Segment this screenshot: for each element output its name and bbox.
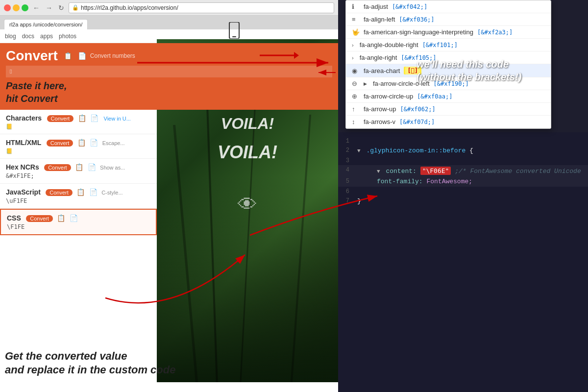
dropdown-item-align-left[interactable]: ≡ fa-align-left [&#xf036;]	[346, 13, 551, 26]
annotation-box: we'll need this code (without the bracke…	[416, 58, 521, 83]
expand-arrow-icon: ›	[352, 42, 354, 48]
tab-bar: rl2a apps /unicode/conversion/	[0, 16, 338, 29]
dropdown-label: fa-american-sign-language-interpreting	[364, 28, 473, 36]
font-family-value: FontAwesome;	[426, 178, 472, 185]
browser-bar: ← → ↻ 🔒 https://rl2a.github.io/apps/conv…	[0, 0, 338, 16]
code-line-5: 5 font-family: FontAwesome;	[338, 176, 588, 187]
javascript-label: JavaScript	[6, 188, 41, 196]
open-brace: {	[469, 147, 473, 154]
css-section: CSS Convert 📋 📄 \F1FE	[0, 209, 157, 235]
adjust-icon: ℹ	[352, 3, 360, 10]
htmlxml-label: HTML/XML	[6, 139, 41, 147]
javascript-doc-icon[interactable]: 📄	[89, 188, 98, 196]
dropdown-label: fa-adjust	[364, 3, 388, 10]
javascript-extra: C-style...	[101, 190, 122, 196]
line-num-5: 5	[338, 177, 355, 185]
url-bar[interactable]: 🔒 https://rl2a.github.io/apps/conversion…	[69, 2, 334, 13]
dropdown-code: [&#xf101;]	[422, 42, 458, 49]
area-chart-icon: ◉	[352, 67, 360, 74]
hexncrs-doc-icon[interactable]: 📄	[88, 163, 96, 171]
dropdown-label: fa-angle-right	[360, 54, 397, 61]
close-btn[interactable]	[4, 4, 11, 11]
htmlxml-value: 📒	[6, 148, 151, 154]
characters-copy-icon[interactable]: 📋	[78, 114, 86, 122]
expand-arrow-icon: ▶	[364, 81, 367, 86]
line-num-4: 4	[338, 166, 355, 173]
arrow-right	[260, 48, 299, 63]
arrows-v-icon: ↕	[352, 118, 360, 125]
expand-arrow-icon: ›	[352, 55, 354, 61]
convert-header: Convert 📋 📄 Convert numbers Paste it her…	[0, 43, 338, 110]
hexncrs-copy-icon[interactable]: 📋	[75, 163, 83, 171]
code-line-3: 3	[338, 156, 588, 165]
javascript-convert-btn[interactable]: Convert	[46, 189, 73, 196]
line-num-7: 7	[338, 197, 355, 204]
nav-photos[interactable]: photos	[59, 33, 76, 40]
minimize-btn[interactable]	[13, 4, 20, 11]
dropdown-code: [&#xf042;]	[392, 3, 427, 10]
javascript-section: JavaScript Convert 📋 📄 C-style... \uF1FE	[0, 184, 157, 209]
css-label: CSS	[7, 214, 21, 222]
dropdown-label: fa-arrows-v	[364, 118, 395, 125]
active-tab[interactable]: rl2a apps /unicode/conversion/	[4, 19, 88, 29]
characters-label: Characters	[6, 114, 42, 122]
line-num-1: 1	[338, 137, 355, 145]
voila-text: VOILA!	[221, 115, 274, 133]
characters-view-link[interactable]: View in U...	[104, 116, 131, 122]
hexncrs-extra: Show as...	[100, 165, 125, 171]
characters-doc-icon[interactable]: 📄	[90, 114, 98, 122]
line-num-3: 3	[338, 157, 355, 164]
dropdown-code: [&#xf062;]	[400, 106, 435, 113]
arrow-circle-up-icon: ⊕	[352, 93, 360, 100]
css-copy-icon[interactable]: 📋	[57, 214, 65, 222]
dropdown-item-arrows-v[interactable]: ↕ fa-arrows-v [&#xf07d;]	[346, 116, 551, 128]
code-editor: 1 2 ▼ .glyphicon-zoom-in::before { 3 4 ▼…	[338, 132, 588, 392]
css-selector: .glyphicon-zoom-in::before	[366, 147, 466, 154]
code-line-6: 6	[338, 187, 588, 196]
convert-title: Convert	[6, 48, 58, 64]
css-value: \F1FE	[7, 223, 150, 230]
css-convert-btn[interactable]: Convert	[26, 215, 53, 222]
convert-subtitle: Convert numbers	[90, 52, 135, 59]
css-doc-icon[interactable]: 📄	[70, 214, 78, 222]
dropdown-item-arrow-up[interactable]: ↑ fa-arrow-up [&#xf062;]	[346, 103, 551, 116]
dropdown-label: fa-area-chart	[364, 67, 400, 74]
maximize-btn[interactable]	[22, 4, 28, 11]
content-property: content:	[386, 168, 420, 175]
htmlxml-copy-icon[interactable]: 📋	[77, 139, 86, 147]
nav-docs[interactable]: docs	[22, 33, 34, 40]
hexncrs-convert-btn[interactable]: Convert	[44, 164, 71, 171]
code-line-2: 2 ▼ .glyphicon-zoom-in::before {	[338, 146, 588, 156]
dropdown-label: fa-arrow-circle-up	[364, 93, 413, 100]
refresh-icon[interactable]: ↻	[58, 4, 64, 12]
nav-apps[interactable]: apps	[40, 33, 53, 40]
hexncrs-label: Hex NCRs	[6, 163, 39, 171]
htmlxml-convert-btn[interactable]: Convert	[47, 140, 74, 147]
characters-convert-btn[interactable]: Convert	[47, 115, 74, 122]
arrow-circle-left-icon: ⊖	[352, 80, 360, 87]
htmlxml-doc-icon[interactable]: 📄	[90, 139, 98, 147]
asl-icon: 🤟	[352, 28, 360, 36]
window-controls	[4, 4, 28, 11]
javascript-value: \uF1FE	[6, 197, 151, 204]
bottom-instruction: Get the converted value and replace it i…	[5, 349, 175, 377]
code-line-4: 4 ▼ content: "\F06E" ;/* FontAwesome con…	[338, 165, 588, 176]
dropdown-code: [&#xf2a3;]	[477, 29, 513, 36]
dropdown-item-arrow-circle-up[interactable]: ⊕ fa-arrow-circle-up [&#xf0aa;]	[346, 90, 551, 103]
javascript-copy-icon[interactable]: 📋	[76, 188, 85, 196]
dropdown-item-angle-double-right[interactable]: › fa-angle-double-right [&#xf101;]	[346, 39, 551, 51]
forward-arrow[interactable]: →	[46, 4, 52, 12]
dropdown-label: fa-angle-double-right	[360, 41, 418, 49]
back-arrow[interactable]: ←	[33, 4, 40, 12]
dropdown-item-adjust[interactable]: ℹ fa-adjust [&#xf042;]	[346, 0, 551, 13]
dropdown-code: [&#xf036;]	[399, 16, 434, 23]
hexncrs-section: Hex NCRs Convert 📋 📄 Show as... &#xF1FE;	[0, 159, 157, 184]
copy-icon-header[interactable]: 📋	[64, 52, 72, 60]
nav-blog[interactable]: blog	[5, 33, 16, 40]
collapse-arrow-icon-2: ▼	[377, 169, 380, 174]
unicode-input[interactable]	[6, 66, 332, 77]
dropdown-item-asl[interactable]: 🤟 fa-american-sign-language-interpreting…	[346, 26, 551, 39]
unicode-value-highlighted: "\F06E"	[420, 167, 451, 175]
doc-icon-header[interactable]: 📄	[78, 52, 86, 60]
dropdown-code: [&#xf07d;]	[399, 119, 435, 125]
